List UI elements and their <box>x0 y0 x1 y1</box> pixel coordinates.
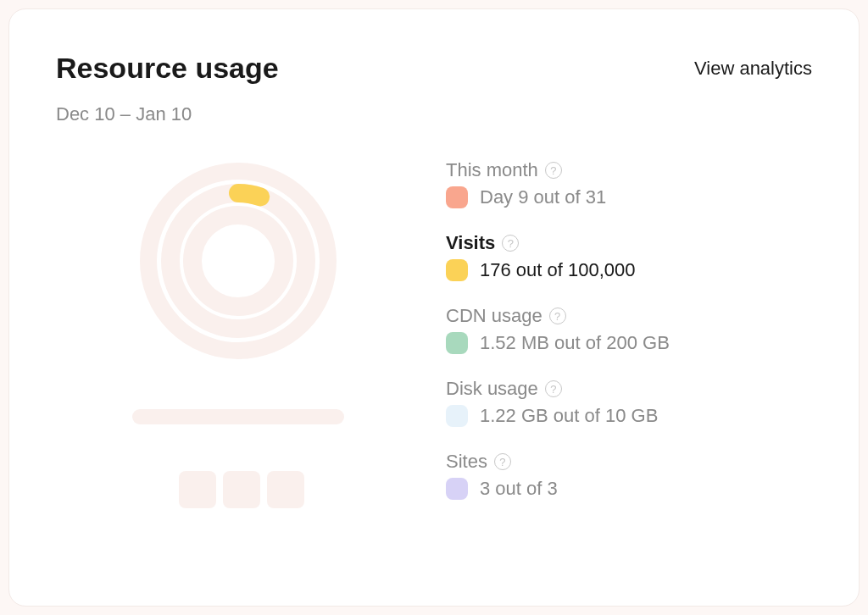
metric-label: This month <box>446 159 538 181</box>
site-block <box>267 471 304 508</box>
metric-sites: Sites ? 3 out of 3 <box>446 451 812 500</box>
metric-value: 1.22 GB out of 10 GB <box>480 405 658 427</box>
resource-usage-card: Resource usage View analytics Dec 10 – J… <box>8 8 860 607</box>
help-icon[interactable]: ? <box>545 162 562 179</box>
metric-this-month: This month ? Day 9 out of 31 <box>446 159 812 208</box>
svg-point-2 <box>192 215 284 307</box>
metric-value: 3 out of 3 <box>480 478 558 500</box>
card-content: This month ? Day 9 out of 31 Visits ? 17… <box>56 159 812 508</box>
color-swatch <box>446 332 468 354</box>
color-swatch <box>446 186 468 208</box>
color-swatch <box>446 259 468 281</box>
metric-value-row: 3 out of 3 <box>446 478 812 500</box>
help-icon[interactable]: ? <box>502 235 519 252</box>
color-swatch <box>446 478 468 500</box>
radial-progress-chart <box>136 159 340 363</box>
metric-disk: Disk usage ? 1.22 GB out of 10 GB <box>446 378 812 427</box>
metric-value-row: Day 9 out of 31 <box>446 186 812 208</box>
help-icon[interactable]: ? <box>494 453 511 470</box>
metric-value-row: 1.52 MB out of 200 GB <box>446 332 812 354</box>
metric-label: CDN usage <box>446 305 542 327</box>
metric-label: Sites <box>446 451 487 473</box>
card-header: Resource usage View analytics <box>56 52 812 85</box>
metric-value: 1.52 MB out of 200 GB <box>480 332 670 354</box>
date-range: Dec 10 – Jan 10 <box>56 103 812 125</box>
metric-cdn: CDN usage ? 1.52 MB out of 200 GB <box>446 305 812 354</box>
chart-column <box>56 159 420 508</box>
card-title: Resource usage <box>56 52 279 85</box>
metric-value: 176 out of 100,000 <box>480 259 636 281</box>
color-swatch <box>446 405 468 427</box>
metric-visits: Visits ? 176 out of 100,000 <box>446 232 812 281</box>
metric-value: Day 9 out of 31 <box>480 186 606 208</box>
legend-column: This month ? Day 9 out of 31 Visits ? 17… <box>420 159 812 508</box>
metric-label-row: Sites ? <box>446 451 812 473</box>
disk-usage-bar <box>132 409 344 424</box>
view-analytics-link[interactable]: View analytics <box>694 58 812 80</box>
metric-label-row: Visits ? <box>446 232 812 254</box>
help-icon[interactable]: ? <box>549 308 566 324</box>
metric-label: Visits <box>446 232 495 254</box>
metric-value-row: 1.22 GB out of 10 GB <box>446 405 812 427</box>
help-icon[interactable]: ? <box>545 380 562 397</box>
metric-label: Disk usage <box>446 378 538 400</box>
site-block <box>223 471 260 508</box>
sites-blocks <box>179 471 304 508</box>
metric-label-row: CDN usage ? <box>446 305 812 327</box>
metric-label-row: Disk usage ? <box>446 378 812 400</box>
metric-label-row: This month ? <box>446 159 812 181</box>
site-block <box>179 471 216 508</box>
metric-value-row: 176 out of 100,000 <box>446 259 812 281</box>
